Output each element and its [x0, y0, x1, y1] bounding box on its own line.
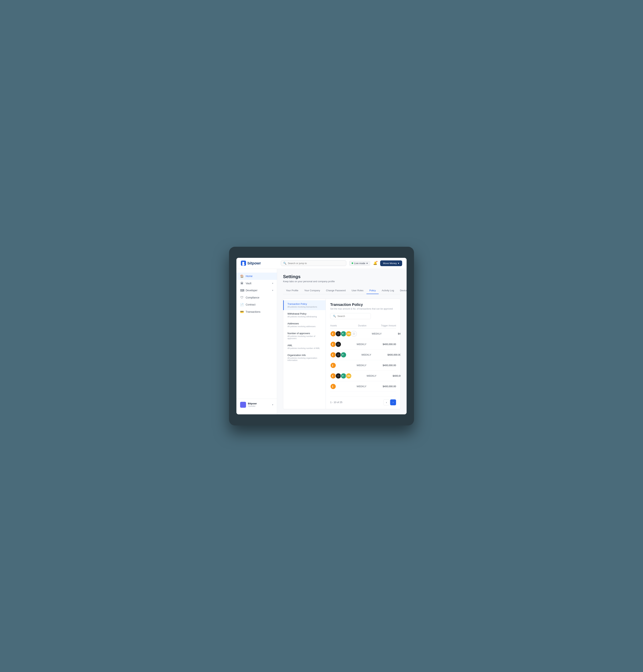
svg-text:₮: ₮ — [342, 375, 343, 377]
svg-text:₿: ₿ — [332, 344, 333, 346]
page-title: Settings — [283, 274, 401, 279]
search-bar[interactable]: 🔍 — [281, 260, 346, 266]
live-dot — [352, 262, 353, 264]
footer-user-name: Bitpowr — [248, 402, 257, 405]
assets-cell: ₿ ₮ BNB — [330, 331, 356, 337]
policy-nav-transaction[interactable]: Transaction Policy All policies involvin… — [283, 300, 326, 310]
chevron-icon: ▾ — [272, 282, 273, 285]
amount-cell: $400,000.00 — [381, 332, 400, 335]
svg-text:₮: ₮ — [342, 333, 343, 335]
tab-your-profile[interactable]: Your Profile — [283, 287, 301, 294]
sidebar-item-compliance[interactable]: 🛡 Compliance — [236, 294, 277, 301]
sidebar-footer[interactable]: Bitpowr Oyetoke ▾ — [236, 399, 277, 411]
logo-icon — [241, 261, 246, 266]
duration-cell: WEEKLY — [341, 385, 366, 388]
tab-activity-log[interactable]: Activity Log — [379, 287, 397, 294]
move-money-button[interactable]: Move Money ▾ — [380, 260, 402, 266]
duration-cell: WEEKLY — [341, 364, 366, 367]
table-row[interactable]: ₿ ₮ BNB — [330, 328, 396, 339]
svg-text:₿: ₿ — [332, 364, 333, 367]
col-duration: Duration — [341, 324, 366, 327]
next-page-button[interactable]: › — [390, 399, 396, 405]
live-mode-label: Live mode — [354, 262, 365, 265]
tab-device[interactable]: Device — [397, 287, 407, 294]
pagination-bar: 1 - 10 of 25 ‹ › — [330, 396, 396, 405]
page-subtitle: Keep tabs on your personal and company p… — [283, 280, 401, 283]
table-row[interactable]: ₿ WEEKLY $400,000.00 — [330, 339, 396, 350]
notifications-button[interactable]: 🔔 — [372, 260, 378, 266]
transactions-icon: 💳 — [240, 310, 244, 314]
policy-nav-title: Organization Info — [288, 354, 322, 357]
sidebar-item-label: Compliance — [246, 296, 259, 299]
footer-user-sub: Oyetoke — [248, 405, 257, 407]
logo-text: bitpowr — [247, 261, 261, 265]
notification-badge — [376, 261, 378, 262]
prev-page-button[interactable]: ‹ — [384, 399, 389, 405]
app-window: bitpowr 🔍 Live mode ▾ 🔔 Move Money ▾ — [236, 258, 407, 414]
policy-nav-aml[interactable]: AML All policies involving number of AML — [283, 342, 326, 351]
amount-cell: $400,000.00 — [366, 385, 396, 388]
col-assets: Assets — [330, 324, 341, 327]
amount-cell: $400,000.00 — [371, 353, 400, 356]
search-icon: 🔍 — [333, 315, 336, 318]
pagination-buttons: ‹ › — [384, 399, 396, 405]
avatar — [240, 402, 246, 408]
developer-icon: ⌨ — [240, 289, 244, 292]
policy-nav-withdrawal[interactable]: Withdrawal Policy All policies involving… — [283, 310, 326, 320]
policy-nav-approvers[interactable]: Number of approvers All policies involvi… — [283, 330, 326, 342]
policy-nav-sub: All policies involving organization info… — [288, 357, 322, 361]
duration-cell: WEEKLY — [341, 343, 366, 346]
search-icon: 🔍 — [283, 262, 286, 265]
amount-cell: $400,000.00 — [366, 343, 396, 346]
policy-nav-title: Withdrawal Policy — [288, 312, 322, 315]
svg-text:₿: ₿ — [332, 333, 333, 335]
tab-user-roles[interactable]: User Roles — [349, 287, 366, 294]
coin-btc: ₿ — [330, 362, 336, 368]
footer-chevron-icon: ▾ — [272, 403, 273, 406]
search-input[interactable] — [288, 262, 344, 265]
policy-search[interactable]: 🔍 — [330, 313, 371, 319]
sidebar-item-contract[interactable]: 📄 Contract — [236, 301, 277, 308]
tab-policy[interactable]: Policy — [366, 287, 379, 294]
amount-cell: $400,000.00 — [376, 374, 400, 377]
content-inner: Settings Keep tabs on your personal and … — [277, 269, 407, 414]
sidebar-item-transactions[interactable]: 💳 Transactions — [236, 308, 277, 315]
live-mode-button[interactable]: Live mode ▾ — [349, 261, 370, 266]
tab-change-password[interactable]: Change Password — [323, 287, 349, 294]
table-header: Assets Duration Trigger Amount — [330, 323, 396, 328]
assets-cell: ₿ ₮ BNB — [330, 373, 351, 379]
sidebar-item-developer[interactable]: ⌨ Developer ▾ — [236, 287, 277, 294]
policy-table: Assets Duration Trigger Amount ₿ — [330, 323, 396, 392]
svg-text:BNB: BNB — [348, 333, 350, 335]
policy-nav-title: Addresses — [288, 322, 322, 325]
policy-nav-addresses[interactable]: Addresses All policies involving address… — [283, 320, 326, 330]
policy-nav-sub: All policies involving number of AML — [288, 347, 322, 349]
settings-tabs: Your Profile Your Company Change Passwor… — [283, 287, 401, 294]
table-row[interactable]: ₿ WEEKLY $400,000.00 — [330, 381, 396, 392]
svg-text:₿: ₿ — [332, 375, 333, 377]
policy-nav-org-info[interactable]: Organization Info All policies involving… — [283, 351, 326, 363]
sidebar-item-home[interactable]: 🏠 Home — [236, 273, 277, 280]
tab-your-company[interactable]: Your Company — [301, 287, 323, 294]
coin-btc: ₿ — [330, 384, 336, 389]
table-row[interactable]: ₿ WEEKLY $400,000.00 — [330, 360, 396, 371]
table-row[interactable]: ₿ ₮ BNB — [330, 371, 396, 381]
svg-point-7 — [353, 333, 355, 335]
table-row[interactable]: ₿ ₮ WEEKLY — [330, 350, 396, 360]
header-right: Live mode ▾ 🔔 Move Money ▾ — [349, 260, 402, 266]
chevron-icon: ▾ — [272, 289, 273, 291]
vault-icon: 🏛 — [240, 282, 244, 285]
policy-main: Transaction Policy Set the max amount & … — [326, 299, 400, 409]
policy-search-input[interactable] — [337, 315, 368, 318]
policy-main-subtitle: Set the max amount & No. of transactions… — [330, 308, 396, 310]
col-amount: Trigger Amount — [366, 324, 396, 327]
policy-nav-title: Number of approvers — [288, 332, 322, 335]
device-frame: bitpowr 🔍 Live mode ▾ 🔔 Move Money ▾ — [229, 247, 414, 425]
svg-text:₿: ₿ — [332, 386, 333, 388]
policy-nav-title: Transaction Policy — [288, 302, 322, 305]
policy-nav-sub: All policies involving withdrawing — [288, 315, 322, 318]
chevron-down-icon-move: ▾ — [398, 262, 399, 265]
sidebar-item-vault[interactable]: 🏛 Vault ▾ — [236, 280, 277, 287]
contract-icon: 📄 — [240, 303, 244, 307]
home-icon: 🏠 — [240, 274, 244, 278]
